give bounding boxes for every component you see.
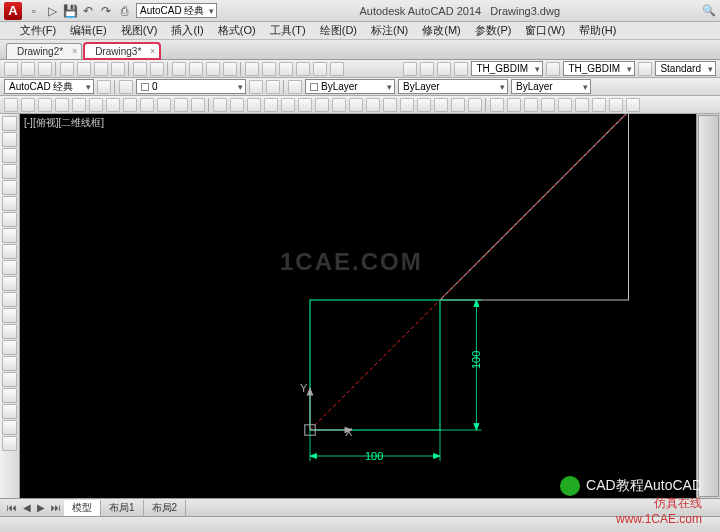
menu-insert[interactable]: 插入(I)	[165, 23, 209, 38]
zoom-window-button[interactable]	[206, 62, 220, 76]
pan-button[interactable]	[172, 62, 186, 76]
menu-view[interactable]: 视图(V)	[115, 23, 164, 38]
tab-last-icon[interactable]: ⏭	[48, 502, 64, 513]
workspace-dropdown[interactable]: AutoCAD 经典	[136, 3, 217, 18]
sheetset-button[interactable]	[296, 62, 310, 76]
array-button[interactable]	[281, 98, 295, 112]
dim-update-button[interactable]	[546, 62, 560, 76]
save-button[interactable]	[38, 62, 52, 76]
rectangle-tool[interactable]	[2, 180, 17, 195]
osnap-none-button[interactable]	[609, 98, 623, 112]
hatch-tool[interactable]	[2, 340, 17, 355]
layer-props-button[interactable]	[119, 80, 133, 94]
trim-button[interactable]	[366, 98, 380, 112]
point-tool[interactable]	[2, 324, 17, 339]
menu-window[interactable]: 窗口(W)	[519, 23, 571, 38]
drawing-canvas[interactable]: 100 100 X Y	[20, 114, 696, 498]
ellipse-tool[interactable]	[2, 260, 17, 275]
table-button[interactable]	[174, 98, 188, 112]
polygon-tool[interactable]	[2, 164, 17, 179]
search-icon[interactable]: 🔍	[702, 4, 716, 17]
layer-combo[interactable]: 0	[136, 79, 246, 94]
menu-format[interactable]: 格式(O)	[212, 23, 262, 38]
osnap-cen-button[interactable]	[524, 98, 538, 112]
dim-radius-button[interactable]	[454, 62, 468, 76]
tab-first-icon[interactable]: ⏮	[4, 502, 20, 513]
new-icon[interactable]: ▫	[26, 3, 42, 19]
gradient-tool[interactable]	[2, 356, 17, 371]
offset-button[interactable]	[264, 98, 278, 112]
insert-block-tool[interactable]	[2, 292, 17, 307]
ellipse-arc-tool[interactable]	[2, 276, 17, 291]
app-logo-icon[interactable]: A	[4, 2, 22, 20]
dim-linear-button[interactable]	[403, 62, 417, 76]
dimstyle-combo-2[interactable]: TH_GBDIM	[563, 61, 635, 76]
fillet-button[interactable]	[451, 98, 465, 112]
spline-tool[interactable]	[2, 244, 17, 259]
markup-button[interactable]	[313, 62, 327, 76]
open-icon[interactable]: ▷	[44, 3, 60, 19]
cut-button[interactable]	[60, 62, 74, 76]
rectangle-button[interactable]	[72, 98, 86, 112]
extend-button[interactable]	[383, 98, 397, 112]
textstyle-combo[interactable]: Standard	[655, 61, 716, 76]
workspace-combo[interactable]: AutoCAD 经典	[4, 79, 94, 94]
properties-button[interactable]	[245, 62, 259, 76]
menu-tools[interactable]: 工具(T)	[264, 23, 312, 38]
lineweight-combo[interactable]: ByLayer	[511, 79, 591, 94]
matchprop-button[interactable]	[111, 62, 125, 76]
ellipse-button[interactable]	[89, 98, 103, 112]
zoom-button[interactable]	[189, 62, 203, 76]
erase-button[interactable]	[213, 98, 227, 112]
tab-prev-icon[interactable]: ◀	[20, 502, 34, 513]
layer-state-button[interactable]	[266, 80, 280, 94]
mtext-tool[interactable]	[2, 404, 17, 419]
redo-button[interactable]	[150, 62, 164, 76]
menu-edit[interactable]: 编辑(E)	[64, 23, 113, 38]
chamfer-button[interactable]	[434, 98, 448, 112]
menu-parametric[interactable]: 参数(P)	[469, 23, 518, 38]
xline-tool[interactable]	[2, 132, 17, 147]
menu-dimension[interactable]: 标注(N)	[365, 23, 414, 38]
arc-button[interactable]	[55, 98, 69, 112]
print-icon[interactable]: ⎙	[116, 3, 132, 19]
tab-model[interactable]: 模型	[64, 500, 101, 516]
doc-tab-drawing2[interactable]: Drawing2* ×	[6, 43, 82, 59]
copy-button[interactable]	[77, 62, 91, 76]
arc-tool[interactable]	[2, 196, 17, 211]
color-button[interactable]	[288, 80, 302, 94]
tab-next-icon[interactable]: ▶	[34, 502, 48, 513]
region-tool[interactable]	[2, 372, 17, 387]
quickcalc-button[interactable]	[330, 62, 344, 76]
doc-tab-drawing3[interactable]: Drawing3* ×	[84, 43, 160, 59]
line-tool[interactable]	[2, 116, 17, 131]
menu-help[interactable]: 帮助(H)	[573, 23, 622, 38]
vertical-scrollbar[interactable]	[698, 115, 719, 497]
explode-button[interactable]	[468, 98, 482, 112]
osnap-set-button[interactable]	[626, 98, 640, 112]
join-button[interactable]	[417, 98, 431, 112]
open-button[interactable]	[21, 62, 35, 76]
osnap-int-button[interactable]	[541, 98, 555, 112]
osnap-tan-button[interactable]	[575, 98, 589, 112]
circle-button[interactable]	[38, 98, 52, 112]
close-tab-icon[interactable]: ×	[72, 46, 77, 56]
osnap-per-button[interactable]	[558, 98, 572, 112]
spline-button[interactable]	[123, 98, 137, 112]
osnap-nea-button[interactable]	[592, 98, 606, 112]
undo-icon[interactable]: ↶	[80, 3, 96, 19]
linetype-combo[interactable]: ByLayer	[398, 79, 508, 94]
point-button[interactable]	[140, 98, 154, 112]
design-center-button[interactable]	[262, 62, 276, 76]
menu-modify[interactable]: 修改(M)	[416, 23, 467, 38]
zoom-previous-button[interactable]	[223, 62, 237, 76]
line-button[interactable]	[4, 98, 18, 112]
workspace-settings-button[interactable]	[97, 80, 111, 94]
mirror-button[interactable]	[247, 98, 261, 112]
save-icon[interactable]: 💾	[62, 3, 78, 19]
new-button[interactable]	[4, 62, 18, 76]
scale-button[interactable]	[332, 98, 346, 112]
stretch-button[interactable]	[349, 98, 363, 112]
osnap-mid-button[interactable]	[507, 98, 521, 112]
tab-layout2[interactable]: 布局2	[144, 500, 187, 516]
